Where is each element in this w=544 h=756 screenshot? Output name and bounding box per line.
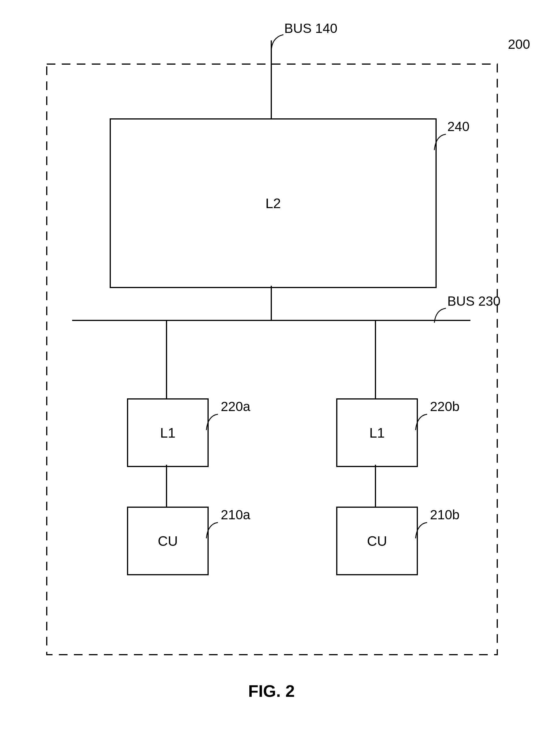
l2-ref-label: 240 bbox=[447, 120, 470, 133]
l1b-ref-label: 220b bbox=[430, 400, 459, 413]
cub-label: CU bbox=[367, 533, 387, 549]
l1a-label: L1 bbox=[160, 425, 175, 441]
l1a-ref-label: 220a bbox=[221, 400, 250, 413]
l2-box: L2 bbox=[110, 118, 437, 288]
l1b-label: L1 bbox=[369, 425, 385, 441]
bus-to-l1a-line bbox=[166, 320, 167, 398]
assembly-ref-label: 200 bbox=[508, 38, 530, 51]
l2-label: L2 bbox=[266, 195, 281, 211]
bus-to-l1b-line bbox=[375, 320, 376, 398]
bus-top-label: BUS 140 bbox=[284, 22, 337, 35]
bus-top-line bbox=[271, 40, 272, 118]
cua-ref-lead bbox=[206, 522, 222, 540]
cua-label: CU bbox=[158, 533, 178, 549]
l1b-box: L1 bbox=[336, 398, 418, 467]
cub-box: CU bbox=[336, 507, 418, 575]
cub-ref-lead bbox=[416, 522, 431, 540]
l1b-to-cub-line bbox=[375, 465, 376, 507]
cua-ref-label: 210a bbox=[221, 508, 250, 521]
bus-top-lead bbox=[271, 35, 289, 55]
l1b-ref-lead bbox=[416, 414, 431, 432]
l1a-to-cua-line bbox=[166, 465, 167, 507]
cua-box: CU bbox=[127, 507, 209, 575]
l1a-box: L1 bbox=[127, 398, 209, 467]
bus-mid-label: BUS 230 bbox=[447, 294, 500, 308]
cub-ref-label: 210b bbox=[430, 508, 459, 521]
bus-230-line bbox=[72, 320, 470, 321]
bus-mid-lead bbox=[434, 308, 450, 324]
figure-caption: FIG. 2 bbox=[248, 681, 295, 701]
l2-ref-lead bbox=[434, 134, 450, 152]
l1a-ref-lead bbox=[206, 414, 222, 432]
l2-to-bus230-line bbox=[271, 286, 272, 320]
